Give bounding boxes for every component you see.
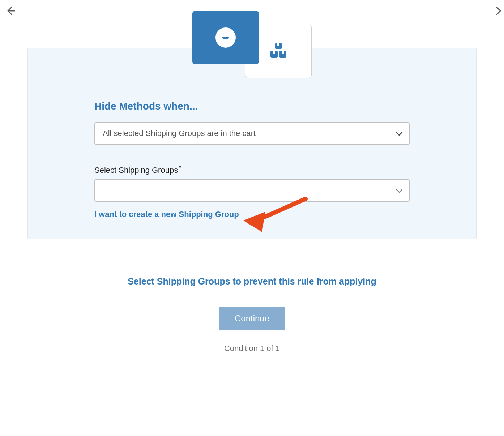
continue-button[interactable]: Continue — [219, 307, 285, 330]
forward-button[interactable] — [494, 4, 504, 19]
minus-circle-icon — [215, 27, 236, 48]
svg-rect-1 — [277, 43, 279, 46]
arrow-right-icon — [495, 6, 503, 16]
chevron-down-icon — [396, 129, 403, 138]
panel-heading: Hide Methods when... — [94, 101, 410, 112]
condition-counter: Condition 1 of 1 — [27, 344, 477, 353]
chevron-down-icon — [396, 186, 403, 195]
info-text: Select Shipping Groups to prevent this r… — [27, 276, 477, 287]
back-button[interactable] — [4, 4, 17, 19]
svg-rect-5 — [282, 51, 284, 54]
create-shipping-group-link[interactable]: I want to create a new Shipping Group — [94, 210, 239, 219]
condition-select-wrapper: All selected Shipping Groups are in the … — [94, 122, 410, 145]
shipping-groups-section: Select Shipping Groups* I want to create… — [94, 165, 410, 219]
hide-method-icon-card — [192, 11, 259, 64]
arrow-left-icon — [5, 6, 15, 16]
boxes-icon — [268, 41, 289, 61]
header-icon-cards — [192, 11, 312, 78]
required-marker: * — [179, 165, 181, 171]
footer-area: Select Shipping Groups to prevent this r… — [27, 253, 477, 353]
shipping-groups-label: Select Shipping Groups* — [94, 165, 410, 175]
shipping-groups-select[interactable] — [94, 179, 410, 202]
condition-select-value: All selected Shipping Groups are in the … — [103, 129, 256, 138]
svg-rect-3 — [273, 51, 275, 54]
condition-select[interactable]: All selected Shipping Groups are in the … — [94, 122, 410, 145]
